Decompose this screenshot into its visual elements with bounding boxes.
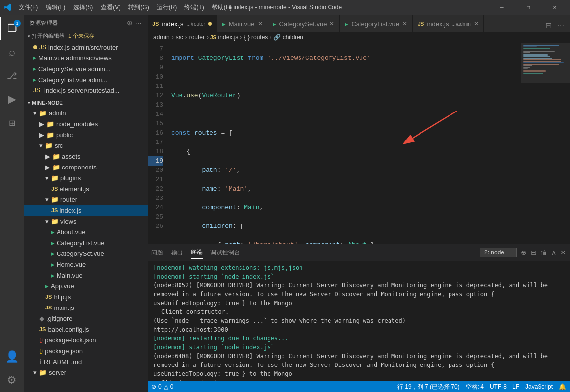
tab-categorysetvue[interactable]: ▸ CategorySet.vue ✕ [268,15,340,32]
js-tab-icon: JS [418,21,424,27]
tree-categorylistvue[interactable]: ▸ CategoryList.vue [24,237,148,248]
project-arrow: ▾ [28,100,30,105]
status-encoding[interactable]: UTF-8 [490,383,507,390]
activity-settings[interactable]: ⚙ [0,368,24,392]
tab-close-icon[interactable]: ✕ [474,20,479,27]
open-editors-section[interactable]: ▾ 打开的编辑器 1 个未保存 [24,30,148,42]
code-lines-container: 7 8 9 10 11 12 13 14 15 16 17 18 [148,43,521,244]
tree-gitignore[interactable]: ◆ .gitignore [24,313,148,324]
minimize-button[interactable]: ─ [490,0,513,15]
tab-indexjs-router[interactable]: JS index.js ...\router [148,15,217,32]
activity-run[interactable]: ▶ [0,87,24,111]
breadcrumb-router[interactable]: router [189,34,205,41]
tab-terminal[interactable]: 终端 [191,246,203,259]
terminal-line: http://localhost:3000 [153,325,564,334]
menu-view[interactable]: 查看(V) [98,2,123,13]
open-file-mainvue[interactable]: ▸ Main.vue admin/src/views [24,53,148,63]
close-terminal-icon[interactable]: ✕ [560,249,566,256]
code-content[interactable]: import CategoryList from '../views/Categ… [167,43,521,244]
open-file-categorylistvue[interactable]: ▸ CategoryList.vue admi... [24,74,148,85]
activity-extensions[interactable]: ⊞ [0,111,24,135]
status-position[interactable]: 行 19，列 7 (已选择 70) [397,383,460,391]
breadcrumb-children[interactable]: 🔗 children [273,34,303,41]
tree-mainjs[interactable]: JS main.js [24,302,148,313]
breadcrumb-indexjs[interactable]: JS index.js [210,34,238,41]
tree-node-modules[interactable]: ▶ 📁 node_modules [24,118,148,129]
close-button[interactable]: ✕ [543,0,566,15]
tree-httpjs[interactable]: JS http.js [24,291,148,302]
tab-indexjs-admin[interactable]: JS index.js ...\admin ✕ [413,15,484,32]
project-section[interactable]: ▾ MINE-NODE [24,98,148,108]
open-file-categorysetvue[interactable]: ▸ CategorySet.vue admin... [24,63,148,74]
chevron-down-icon: ▾ [45,196,49,203]
breadcrumb-routes[interactable]: { } routes [244,34,268,41]
menu-edit[interactable]: 编辑(E) [43,2,68,13]
tree-elementjs[interactable]: JS element.js [24,183,148,194]
menu-select[interactable]: 选择(S) [70,2,96,13]
tab-mainvue[interactable]: ▸ Main.vue ✕ [217,15,268,32]
tree-aboutvue[interactable]: ▸ About.vue [24,226,148,237]
breadcrumb-src[interactable]: src [176,34,183,41]
maximize-terminal-icon[interactable]: ∧ [551,249,556,256]
new-file-icon[interactable]: ⊕ [127,19,133,27]
tab-debug-console[interactable]: 调试控制台 [210,247,240,259]
tree-assets[interactable]: ▶ 📁 assets [24,151,148,162]
maximize-button[interactable]: □ [517,0,540,15]
tab-close-icon[interactable]: ✕ [330,20,334,27]
terminal-instance-select[interactable]: 2: node [480,248,517,257]
chevron-down-icon: ▾ [45,174,49,182]
code-editor[interactable]: 7 8 9 10 11 12 13 14 15 16 17 18 [148,43,521,244]
open-file-indexjs-server[interactable]: JS index.js server\routes\ad... [24,85,148,96]
activity-explorer[interactable]: ❐ 1 [0,17,24,40]
new-terminal-icon[interactable]: ⊕ [521,249,527,256]
tree-public[interactable]: ▶ 📁 public [24,129,148,140]
tree-src[interactable]: ▾ 📁 src [24,140,148,151]
tree-views[interactable]: ▾ 📁 views [24,216,148,226]
tree-components[interactable]: ▶ 📁 components [24,162,148,172]
tab-close-icon[interactable]: ✕ [402,20,407,27]
tree-packagejson[interactable]: {} package.json [24,345,148,356]
menu-terminal[interactable]: 终端(T) [181,2,207,13]
menu-file[interactable]: 文件(F) [16,2,41,13]
tree-categorysetvue[interactable]: ▸ CategorySet.vue [24,248,148,259]
status-line-endings[interactable]: LF [512,383,519,390]
minimap-viewport[interactable] [521,43,570,83]
tab-categorylistvue[interactable]: ▸ CategoryList.vue ✕ [340,15,413,32]
menu-run[interactable]: 运行(R) [154,2,180,13]
delete-terminal-icon[interactable]: 🗑 [540,249,547,256]
tree-readmemd[interactable]: ℹ README.md [24,356,148,367]
breadcrumb-admin[interactable]: admin [153,34,170,41]
tree-admin[interactable]: ▾ 📁 admin [24,108,148,118]
open-editors-label: 打开的编辑器 [32,32,64,40]
tab-output[interactable]: 输出 [171,247,183,259]
tree-appvue[interactable]: ▸ App.vue [24,280,148,291]
terminal: 问题 输出 终端 调试控制台 2: node ⊕ ⊟ 🗑 ∧ ✕ [148,244,570,381]
activity-source-control[interactable]: ⎇ [0,64,24,87]
tree-indexjs-router[interactable]: JS index.js [24,205,148,216]
minimap [521,43,570,244]
status-language[interactable]: JavaScript [525,383,553,390]
more-tabs-icon[interactable]: ··· [556,19,566,32]
tree-packagelock[interactable]: {} package-lock.json [24,335,148,345]
tree-router[interactable]: ▾ 📁 router [24,194,148,205]
tree-server[interactable]: ▾ 📁 server [24,367,148,378]
status-notifications-icon[interactable]: 🔔 [559,383,566,390]
split-editor-icon[interactable]: ⊟ [543,19,554,32]
json-file-icon: {} [39,348,43,354]
tree-babelconfig[interactable]: JS babel.config.js [24,324,148,335]
activity-account[interactable]: 👤 [0,345,24,368]
tab-problems[interactable]: 问题 [151,247,163,259]
tab-close-icon[interactable]: ✕ [258,20,263,27]
tree-homevue[interactable]: ▸ Home.vue [24,259,148,270]
folder-icon: 📁 [45,142,53,149]
status-spaces[interactable]: 空格: 4 [466,383,484,391]
activity-search[interactable]: ⌕ [0,40,24,64]
open-file-indexjs-router[interactable]: JS index.js admin/src/router [24,42,148,53]
terminal-body[interactable]: [nodemon] watching extensions: js,mjs,js… [148,261,570,381]
more-icon[interactable]: ··· [135,19,142,27]
menu-goto[interactable]: 转到(G) [125,2,151,13]
tree-mainvue[interactable]: ▸ Main.vue [24,270,148,280]
status-errors[interactable]: ⊘ 0 △ 0 [151,383,173,390]
split-terminal-icon[interactable]: ⊟ [531,249,537,256]
tree-plugins[interactable]: ▾ 📁 plugins [24,172,148,183]
